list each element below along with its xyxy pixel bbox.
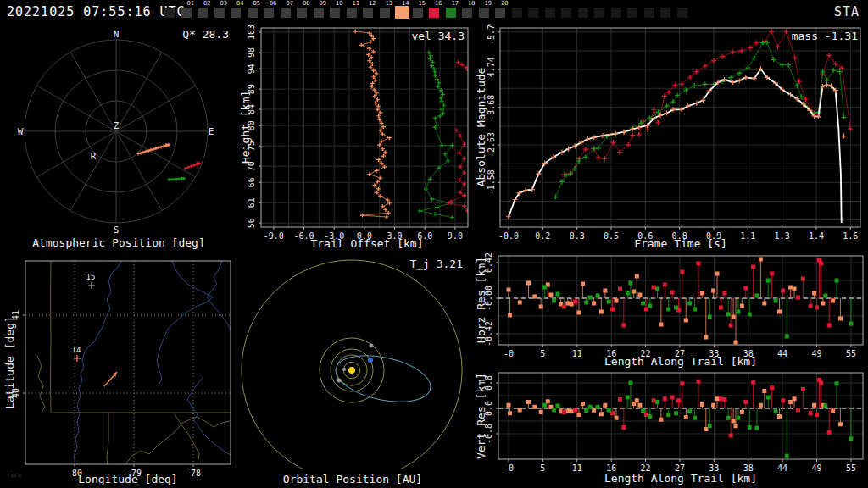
frame-box-swatch[interactable]	[330, 8, 340, 18]
frame-box-swatch[interactable]	[495, 8, 505, 18]
frame-box-swatch[interactable]	[281, 8, 291, 18]
trail-offset-ytick: 103	[247, 25, 256, 40]
polar-label-S: S	[114, 225, 120, 236]
frame-box-number: 04	[236, 0, 243, 7]
frame-box-swatch[interactable]	[264, 8, 274, 18]
frame-box-blank[interactable]	[643, 0, 659, 24]
frame-box-number: 03	[220, 0, 227, 7]
trail-offset-ytick: 61	[247, 197, 256, 208]
planet-dot	[368, 358, 373, 363]
frame-box-swatch[interactable]	[611, 8, 621, 18]
map-grid	[25, 261, 231, 464]
polar-label-W: W	[18, 126, 24, 137]
polar-label-R: R	[91, 151, 97, 162]
trail-offset-ytick: 98	[247, 47, 256, 58]
frame-box-blank[interactable]	[593, 0, 609, 24]
orbital-panel	[242, 260, 462, 480]
frame-box-swatch[interactable]	[462, 8, 472, 18]
frame-box-number: 12	[369, 0, 376, 7]
frame-box-swatch[interactable]	[446, 8, 456, 18]
map-panel: 1514-80-79-784140	[11, 261, 231, 478]
horz-res-panel: -051116222733384449550.42-0.00-0.42	[484, 252, 863, 358]
frame-box-08[interactable]: 08	[295, 0, 312, 24]
frame-box-09[interactable]: 09	[312, 0, 329, 24]
frame-box-15[interactable]: 15	[411, 0, 428, 24]
frame-box-swatch[interactable]	[594, 8, 604, 18]
frame-box-swatch[interactable]	[231, 8, 241, 18]
frame-box-swatch[interactable]	[198, 8, 208, 18]
frame-box-swatch[interactable]	[181, 8, 192, 18]
frame-box-swatch[interactable]	[413, 8, 423, 18]
map-marker-label: 15	[86, 273, 96, 281]
frame-box-swatch[interactable]	[644, 8, 654, 18]
frame-box-swatch[interactable]	[627, 8, 637, 18]
frame-box-11[interactable]: 11	[345, 0, 362, 24]
tisserand-title: T_j 3.21	[361, 258, 463, 270]
frame-box-blank[interactable]	[659, 0, 676, 24]
frame-box-swatch[interactable]	[314, 8, 324, 18]
frame-box-06[interactable]: 06	[262, 0, 279, 24]
frame-box-07[interactable]: 07	[279, 0, 296, 24]
frame-box-blank[interactable]	[676, 0, 693, 24]
horz-res-xtick: 44	[777, 349, 787, 358]
frame-box-swatch[interactable]	[677, 8, 687, 18]
planet-dot	[370, 344, 374, 348]
frame-box-swatch[interactable]	[214, 8, 225, 18]
frame-box-14[interactable]: 14	[394, 0, 411, 24]
frame-box-01[interactable]: 01	[180, 0, 197, 24]
frame-box-03[interactable]: 03	[213, 0, 230, 24]
frame-box-number: 11	[353, 0, 359, 7]
frame-box-05[interactable]: 05	[246, 0, 263, 24]
frame-box-blank[interactable]	[609, 0, 626, 24]
frame-box-swatch[interactable]	[297, 8, 307, 18]
frame-box-blank[interactable]	[510, 0, 527, 24]
frame-box-swatch[interactable]	[561, 8, 571, 18]
frame-box-blank[interactable]	[576, 0, 593, 24]
magnitude-ytick: -1.58	[487, 169, 496, 195]
frame-box-20[interactable]: 20	[493, 0, 510, 24]
frame-box-13[interactable]: 13	[378, 0, 395, 24]
longitude-xlabel: Longitude [deg]	[43, 473, 213, 485]
frame-box-swatch[interactable]	[660, 8, 670, 18]
frame-box-12[interactable]: 12	[361, 0, 378, 24]
frame-box-swatch[interactable]	[429, 8, 439, 18]
frame-box-swatch[interactable]	[164, 8, 175, 18]
frame-box-swatch[interactable]	[545, 8, 555, 18]
magnitude-ytick: -2.63	[487, 132, 496, 158]
trail-offset-panel: -9.0-6.0-3.00.03.06.09.01039894898480757…	[247, 25, 470, 241]
frame-box-16[interactable]: 16	[427, 0, 444, 24]
atmospheric-panel: NESWZR	[18, 29, 214, 236]
planet-dot	[342, 368, 346, 371]
frame-box-swatch[interactable]	[395, 6, 409, 19]
frame-box-swatch[interactable]	[363, 8, 373, 18]
magnitude-ytick: -5.79	[487, 24, 496, 45]
polar-label-N: N	[114, 29, 120, 40]
magnitude-xtick: 1.6	[843, 231, 858, 241]
frame-box-swatch[interactable]	[578, 8, 588, 18]
frame-box-number: 08	[303, 0, 309, 7]
planet-dot	[337, 379, 342, 383]
q-star-title: Q* 28.3	[127, 28, 229, 41]
frame-box-swatch[interactable]	[248, 8, 258, 18]
vert-res-xtick: 11	[572, 463, 582, 473]
frame-box-02[interactable]: 02	[196, 0, 213, 24]
frame-box-number: 18	[468, 0, 475, 7]
frame-box-blank[interactable]	[163, 0, 180, 24]
frame-box-blank[interactable]	[543, 0, 560, 24]
frame-box-19[interactable]: 19	[477, 0, 494, 24]
frame-box-17[interactable]: 17	[444, 0, 461, 24]
frame-box-blank[interactable]	[526, 0, 543, 24]
frame-box-swatch[interactable]	[528, 8, 538, 18]
frame-box-04[interactable]: 04	[229, 0, 246, 24]
frame-box-swatch[interactable]	[479, 8, 489, 18]
frame-box-swatch[interactable]	[347, 8, 357, 18]
frame-box-number: 15	[419, 0, 426, 7]
frame-box-swatch[interactable]	[512, 8, 522, 18]
frame-box-10[interactable]: 10	[328, 0, 345, 24]
frame-box-blank[interactable]	[559, 0, 576, 24]
frame-box-18[interactable]: 18	[460, 0, 477, 24]
frame-box-blank[interactable]	[626, 0, 643, 24]
map-frame	[25, 261, 231, 464]
frame-box-swatch[interactable]	[380, 8, 390, 18]
frame-box-number: 16	[435, 0, 442, 7]
